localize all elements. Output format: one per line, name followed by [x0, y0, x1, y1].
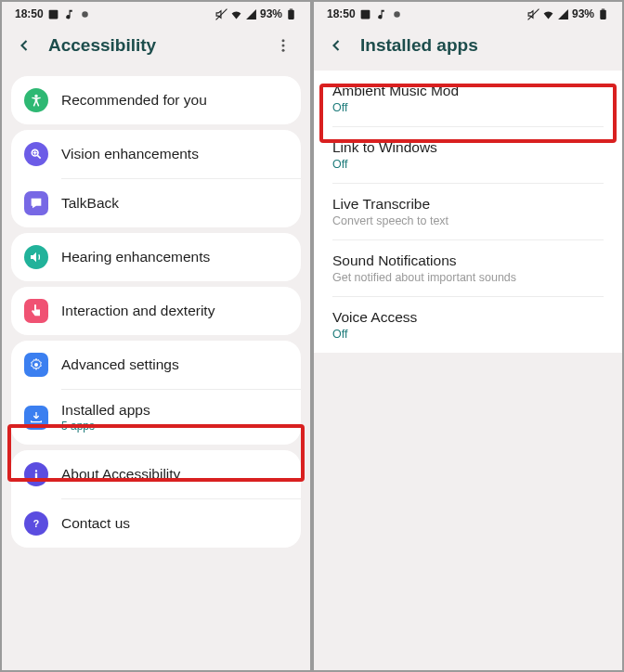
hearing-icon: [24, 245, 48, 269]
card-recommended: Recommended for you: [11, 76, 301, 124]
row-about[interactable]: About Accessibility: [11, 450, 301, 498]
row-installed-apps[interactable]: Installed apps 5 apps: [11, 390, 301, 445]
label-voice: Voice Access: [332, 309, 604, 326]
sub-installed: 5 apps: [61, 420, 150, 433]
wifi-icon: [542, 8, 554, 20]
svg-rect-3: [288, 9, 294, 19]
signal-icon: [557, 8, 569, 20]
label-interaction: Interaction and dexterity: [61, 303, 214, 319]
svg-rect-15: [35, 473, 37, 479]
row-voice-access[interactable]: Voice Access Off: [314, 297, 622, 353]
mute-icon: [527, 8, 540, 20]
header-r: Installed apps: [314, 24, 622, 71]
row-link-windows[interactable]: Link to Windows Off: [314, 127, 622, 183]
label-about: About Accessibility: [61, 466, 180, 483]
status-bar: 18:50 93%: [2, 2, 310, 24]
row-talkback[interactable]: TalkBack: [11, 179, 301, 227]
row-interaction[interactable]: Interaction and dexterity: [11, 287, 301, 335]
label-vision: Vision enhancements: [61, 146, 199, 162]
status-time: 18:50: [15, 7, 44, 20]
advanced-icon: [24, 353, 48, 377]
svg-point-13: [34, 363, 38, 367]
svg-point-6: [282, 45, 285, 47]
card-advanced-installed: Advanced settings Installed apps 5 apps: [11, 341, 301, 445]
wifi-icon: [230, 8, 242, 20]
label-link: Link to Windows: [332, 139, 604, 156]
row-contact[interactable]: ? Contact us: [11, 499, 301, 548]
svg-rect-20: [600, 9, 606, 19]
mute-icon: [215, 8, 228, 20]
row-vision[interactable]: Vision enhancements: [11, 130, 301, 178]
status-battery: 93%: [260, 7, 282, 20]
sub-sound: Get notified about important sounds: [332, 271, 604, 284]
sub-voice: Off: [332, 328, 604, 341]
label-installed: Installed apps: [61, 402, 150, 419]
page-title: Accessibility: [48, 35, 254, 56]
label-advanced: Advanced settings: [61, 356, 179, 373]
dot-icon: [79, 8, 91, 20]
header: Accessibility: [2, 24, 310, 71]
row-sound-notifications[interactable]: Sound Notifications Get notified about i…: [314, 240, 622, 296]
info-icon: [24, 462, 48, 486]
svg-rect-0: [48, 9, 58, 19]
svg-point-8: [34, 95, 37, 97]
svg-point-7: [282, 49, 285, 52]
row-live-transcribe[interactable]: Live Transcribe Convert speech to text: [314, 184, 622, 239]
back-button[interactable]: [15, 36, 33, 55]
row-recommended[interactable]: Recommended for you: [11, 76, 301, 124]
sub-link: Off: [332, 158, 604, 171]
battery-icon: [597, 8, 609, 20]
label-transcribe: Live Transcribe: [332, 196, 604, 213]
svg-point-14: [35, 470, 37, 472]
svg-text:?: ?: [33, 518, 39, 529]
card-vision-talkback: Vision enhancements TalkBack: [11, 130, 301, 227]
label-contact: Contact us: [61, 515, 130, 532]
row-hearing[interactable]: Hearing enhancements: [11, 233, 301, 281]
row-ambient-music[interactable]: Ambient Music Mod Off: [314, 71, 622, 126]
phone-left: 18:50 93% Accessibility Recommended for …: [0, 0, 312, 672]
svg-point-5: [282, 39, 285, 42]
help-icon: ?: [24, 511, 48, 536]
overflow-menu[interactable]: [269, 37, 297, 54]
status-time-r: 18:50: [327, 7, 356, 20]
signal-icon: [245, 8, 257, 20]
card-hearing: Hearing enhancements: [11, 233, 301, 281]
svg-rect-4: [290, 8, 292, 9]
card-interaction: Interaction and dexterity: [11, 287, 301, 335]
phone-right: 18:50 93% Installed apps Ambient Music M…: [312, 0, 624, 672]
battery-icon: [285, 8, 297, 20]
interaction-icon: [24, 299, 48, 323]
page-title-r: Installed apps: [360, 35, 609, 56]
row-advanced[interactable]: Advanced settings: [11, 341, 301, 389]
dot-icon: [391, 8, 403, 20]
back-button-r[interactable]: [327, 36, 345, 55]
sub-ambient: Off: [332, 101, 604, 114]
installed-apps-list: Ambient Music Mod Off Link to Windows Of…: [314, 71, 622, 353]
label-hearing: Hearing enhancements: [61, 249, 210, 265]
music-icon: [63, 8, 75, 20]
svg-point-18: [394, 11, 400, 18]
installed-icon: [24, 406, 48, 430]
svg-line-10: [37, 155, 40, 158]
svg-point-1: [82, 11, 88, 18]
music-icon: [375, 8, 387, 20]
label-recommended: Recommended for you: [61, 92, 207, 109]
label-talkback: TalkBack: [61, 195, 119, 212]
label-ambient: Ambient Music Mod: [332, 83, 604, 99]
label-sound: Sound Notifications: [332, 252, 604, 269]
accessibility-icon: [24, 88, 48, 112]
status-bar-r: 18:50 93%: [314, 2, 622, 24]
sub-transcribe: Convert speech to text: [332, 214, 604, 227]
status-battery-r: 93%: [572, 7, 594, 20]
svg-rect-21: [602, 8, 604, 9]
svg-rect-17: [360, 9, 370, 19]
talkback-icon: [24, 191, 48, 215]
vision-icon: [24, 142, 48, 166]
card-about-contact: About Accessibility ? Contact us: [11, 450, 301, 548]
image-icon: [47, 8, 59, 20]
image-icon: [359, 8, 371, 20]
